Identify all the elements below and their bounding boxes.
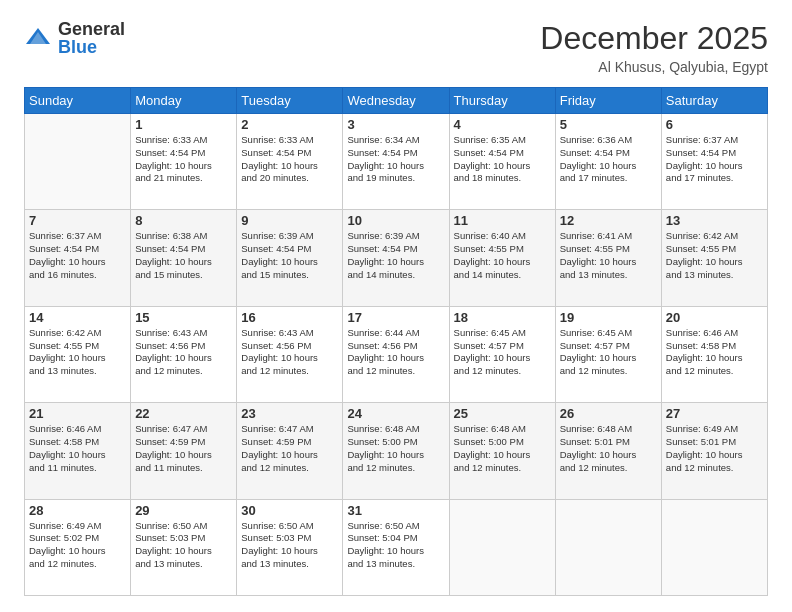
calendar-week-row: 28Sunrise: 6:49 AMSunset: 5:02 PMDayligh…	[25, 499, 768, 595]
calendar-cell: 22Sunrise: 6:47 AMSunset: 4:59 PMDayligh…	[131, 403, 237, 499]
day-number: 4	[454, 117, 551, 132]
day-number: 11	[454, 213, 551, 228]
calendar-week-row: 1Sunrise: 6:33 AMSunset: 4:54 PMDaylight…	[25, 114, 768, 210]
location: Al Khusus, Qalyubia, Egypt	[540, 59, 768, 75]
day-info: Sunrise: 6:47 AMSunset: 4:59 PMDaylight:…	[241, 423, 338, 474]
day-number: 17	[347, 310, 444, 325]
day-info: Sunrise: 6:49 AMSunset: 5:02 PMDaylight:…	[29, 520, 126, 571]
day-info: Sunrise: 6:48 AMSunset: 5:00 PMDaylight:…	[347, 423, 444, 474]
day-number: 28	[29, 503, 126, 518]
calendar-cell: 9Sunrise: 6:39 AMSunset: 4:54 PMDaylight…	[237, 210, 343, 306]
day-number: 2	[241, 117, 338, 132]
calendar-cell: 18Sunrise: 6:45 AMSunset: 4:57 PMDayligh…	[449, 306, 555, 402]
day-number: 6	[666, 117, 763, 132]
month-title: December 2025	[540, 20, 768, 57]
calendar-week-row: 14Sunrise: 6:42 AMSunset: 4:55 PMDayligh…	[25, 306, 768, 402]
day-header: Tuesday	[237, 88, 343, 114]
calendar-cell: 15Sunrise: 6:43 AMSunset: 4:56 PMDayligh…	[131, 306, 237, 402]
calendar-cell	[25, 114, 131, 210]
day-info: Sunrise: 6:44 AMSunset: 4:56 PMDaylight:…	[347, 327, 444, 378]
logo-general: General	[58, 20, 125, 38]
calendar-cell: 30Sunrise: 6:50 AMSunset: 5:03 PMDayligh…	[237, 499, 343, 595]
calendar-cell: 8Sunrise: 6:38 AMSunset: 4:54 PMDaylight…	[131, 210, 237, 306]
day-number: 20	[666, 310, 763, 325]
day-info: Sunrise: 6:40 AMSunset: 4:55 PMDaylight:…	[454, 230, 551, 281]
calendar-cell: 14Sunrise: 6:42 AMSunset: 4:55 PMDayligh…	[25, 306, 131, 402]
logo: General Blue	[24, 20, 125, 56]
page: General Blue December 2025 Al Khusus, Qa…	[0, 0, 792, 612]
day-number: 13	[666, 213, 763, 228]
day-info: Sunrise: 6:41 AMSunset: 4:55 PMDaylight:…	[560, 230, 657, 281]
calendar-cell: 7Sunrise: 6:37 AMSunset: 4:54 PMDaylight…	[25, 210, 131, 306]
day-number: 19	[560, 310, 657, 325]
calendar-cell: 16Sunrise: 6:43 AMSunset: 4:56 PMDayligh…	[237, 306, 343, 402]
calendar-cell: 17Sunrise: 6:44 AMSunset: 4:56 PMDayligh…	[343, 306, 449, 402]
calendar-cell: 19Sunrise: 6:45 AMSunset: 4:57 PMDayligh…	[555, 306, 661, 402]
day-info: Sunrise: 6:46 AMSunset: 4:58 PMDaylight:…	[29, 423, 126, 474]
calendar-cell: 6Sunrise: 6:37 AMSunset: 4:54 PMDaylight…	[661, 114, 767, 210]
day-info: Sunrise: 6:36 AMSunset: 4:54 PMDaylight:…	[560, 134, 657, 185]
day-number: 16	[241, 310, 338, 325]
day-number: 18	[454, 310, 551, 325]
calendar-cell: 5Sunrise: 6:36 AMSunset: 4:54 PMDaylight…	[555, 114, 661, 210]
logo-blue: Blue	[58, 38, 125, 56]
day-header: Saturday	[661, 88, 767, 114]
day-header: Monday	[131, 88, 237, 114]
header-row: SundayMondayTuesdayWednesdayThursdayFrid…	[25, 88, 768, 114]
day-info: Sunrise: 6:47 AMSunset: 4:59 PMDaylight:…	[135, 423, 232, 474]
day-info: Sunrise: 6:46 AMSunset: 4:58 PMDaylight:…	[666, 327, 763, 378]
calendar-cell: 20Sunrise: 6:46 AMSunset: 4:58 PMDayligh…	[661, 306, 767, 402]
day-info: Sunrise: 6:50 AMSunset: 5:03 PMDaylight:…	[135, 520, 232, 571]
day-header: Thursday	[449, 88, 555, 114]
day-number: 15	[135, 310, 232, 325]
calendar-week-row: 21Sunrise: 6:46 AMSunset: 4:58 PMDayligh…	[25, 403, 768, 499]
calendar-cell: 29Sunrise: 6:50 AMSunset: 5:03 PMDayligh…	[131, 499, 237, 595]
day-info: Sunrise: 6:39 AMSunset: 4:54 PMDaylight:…	[347, 230, 444, 281]
calendar-cell	[449, 499, 555, 595]
day-header: Wednesday	[343, 88, 449, 114]
day-info: Sunrise: 6:42 AMSunset: 4:55 PMDaylight:…	[29, 327, 126, 378]
calendar-cell: 1Sunrise: 6:33 AMSunset: 4:54 PMDaylight…	[131, 114, 237, 210]
calendar-cell: 10Sunrise: 6:39 AMSunset: 4:54 PMDayligh…	[343, 210, 449, 306]
day-info: Sunrise: 6:37 AMSunset: 4:54 PMDaylight:…	[29, 230, 126, 281]
day-info: Sunrise: 6:34 AMSunset: 4:54 PMDaylight:…	[347, 134, 444, 185]
calendar-cell: 31Sunrise: 6:50 AMSunset: 5:04 PMDayligh…	[343, 499, 449, 595]
day-number: 24	[347, 406, 444, 421]
calendar-cell	[661, 499, 767, 595]
day-number: 30	[241, 503, 338, 518]
day-number: 31	[347, 503, 444, 518]
day-header: Sunday	[25, 88, 131, 114]
day-number: 25	[454, 406, 551, 421]
day-number: 3	[347, 117, 444, 132]
day-info: Sunrise: 6:49 AMSunset: 5:01 PMDaylight:…	[666, 423, 763, 474]
day-number: 1	[135, 117, 232, 132]
calendar-cell: 11Sunrise: 6:40 AMSunset: 4:55 PMDayligh…	[449, 210, 555, 306]
logo-icon	[24, 24, 52, 52]
day-info: Sunrise: 6:50 AMSunset: 5:03 PMDaylight:…	[241, 520, 338, 571]
day-info: Sunrise: 6:33 AMSunset: 4:54 PMDaylight:…	[135, 134, 232, 185]
calendar-cell: 21Sunrise: 6:46 AMSunset: 4:58 PMDayligh…	[25, 403, 131, 499]
day-info: Sunrise: 6:43 AMSunset: 4:56 PMDaylight:…	[241, 327, 338, 378]
calendar-cell: 26Sunrise: 6:48 AMSunset: 5:01 PMDayligh…	[555, 403, 661, 499]
logo-text: General Blue	[58, 20, 125, 56]
calendar-cell: 25Sunrise: 6:48 AMSunset: 5:00 PMDayligh…	[449, 403, 555, 499]
calendar-cell: 4Sunrise: 6:35 AMSunset: 4:54 PMDaylight…	[449, 114, 555, 210]
calendar-cell: 3Sunrise: 6:34 AMSunset: 4:54 PMDaylight…	[343, 114, 449, 210]
day-number: 9	[241, 213, 338, 228]
day-number: 21	[29, 406, 126, 421]
day-info: Sunrise: 6:38 AMSunset: 4:54 PMDaylight:…	[135, 230, 232, 281]
calendar-cell: 27Sunrise: 6:49 AMSunset: 5:01 PMDayligh…	[661, 403, 767, 499]
day-number: 22	[135, 406, 232, 421]
day-header: Friday	[555, 88, 661, 114]
day-info: Sunrise: 6:33 AMSunset: 4:54 PMDaylight:…	[241, 134, 338, 185]
day-number: 8	[135, 213, 232, 228]
day-number: 26	[560, 406, 657, 421]
calendar-table: SundayMondayTuesdayWednesdayThursdayFrid…	[24, 87, 768, 596]
calendar-cell: 23Sunrise: 6:47 AMSunset: 4:59 PMDayligh…	[237, 403, 343, 499]
day-number: 14	[29, 310, 126, 325]
day-info: Sunrise: 6:48 AMSunset: 5:01 PMDaylight:…	[560, 423, 657, 474]
day-number: 27	[666, 406, 763, 421]
calendar-cell	[555, 499, 661, 595]
calendar-week-row: 7Sunrise: 6:37 AMSunset: 4:54 PMDaylight…	[25, 210, 768, 306]
calendar-cell: 2Sunrise: 6:33 AMSunset: 4:54 PMDaylight…	[237, 114, 343, 210]
